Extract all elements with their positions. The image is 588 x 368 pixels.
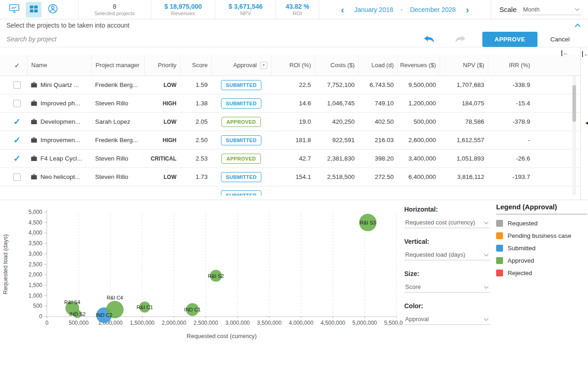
load-cell: 6,743.50	[358, 81, 397, 88]
period-from[interactable]: January 2018	[354, 6, 393, 13]
view-switcher	[0, 0, 78, 19]
portfolio-grid-icon	[29, 5, 38, 14]
vertical-axis-select[interactable]: Requested load (days)	[404, 249, 490, 260]
color-select[interactable]: Approval	[404, 314, 490, 325]
select-value: Approval	[405, 316, 429, 322]
board-view-button[interactable]	[6, 2, 22, 17]
control-label: Horizontal:	[404, 206, 490, 213]
chart-legend: Legend (Approval) RequestedPending busin…	[496, 203, 587, 276]
svg-text:IND C1: IND C1	[184, 307, 201, 312]
row-checked-icon[interactable]: ✓	[13, 117, 21, 126]
collapse-up-icon[interactable]	[575, 23, 581, 29]
table-row[interactable]: Improved ph...Steven RilloHIGH1.38SUBMIT…	[0, 94, 588, 113]
panel-resize-handle[interactable]: ◀	[585, 121, 588, 125]
column-header-check[interactable]: ✓	[7, 55, 27, 75]
collapse-panel-icon[interactable]: ←	[582, 51, 588, 57]
chevron-right-icon[interactable]: ›	[463, 5, 472, 14]
control-label: Color:	[404, 302, 490, 310]
table-row[interactable]: ✓Developmen...Sarah LopezLOW2.05APPROVED…	[0, 113, 588, 131]
approval-cell: SUBMITTED	[211, 172, 271, 182]
approval-badge[interactable]: SUBMITTED	[221, 190, 262, 196]
stat-npv: $ 3,671,546 NPV	[215, 0, 276, 19]
score-cell: 2.50	[180, 137, 211, 144]
size-select[interactable]: Score	[404, 282, 490, 293]
svg-text:500: 500	[33, 303, 42, 309]
row-checkbox[interactable]	[13, 81, 21, 89]
column-header-revenues[interactable]: Revenues ($)	[397, 55, 440, 75]
search-input[interactable]	[6, 35, 424, 43]
approve-button[interactable]: APPROVE	[482, 32, 537, 47]
approval-badge[interactable]: SUBMITTED	[221, 98, 262, 109]
costs-cell: 420,250	[315, 118, 358, 125]
project-name-cell[interactable]: Neo helicopt...	[27, 173, 91, 180]
column-header-npv[interactable]: NPV ($)	[440, 55, 488, 75]
svg-text:R&I C1: R&I C1	[136, 305, 153, 310]
undo-icon[interactable]	[424, 35, 435, 43]
sort-dropdown-icon[interactable]: ▾	[260, 62, 267, 69]
column-header-irr[interactable]: IRR (%)	[488, 55, 534, 75]
column-header-costs[interactable]: Costs ($)	[315, 55, 358, 75]
project-name-cell[interactable]: Improvemen...	[27, 137, 91, 144]
section-title: Select the projects to be taken into acc…	[6, 22, 130, 29]
load-cell: 749.10	[358, 100, 397, 107]
costs-cell: 1,046,745	[315, 100, 358, 107]
row-checkbox[interactable]	[13, 173, 21, 181]
svg-text:3,500,000: 3,500,000	[257, 320, 282, 326]
horizontal-axis-select[interactable]: Requested cost (currency)	[404, 217, 490, 228]
table-scrollbar[interactable]	[572, 76, 576, 196]
portfolio-grid-view-button[interactable]	[26, 2, 41, 17]
column-header-manager[interactable]: Project manager	[91, 55, 144, 75]
column-header-approval[interactable]: Approval▾	[211, 55, 271, 75]
project-name-cell[interactable]: Developmen...	[27, 118, 91, 125]
row-checkbox[interactable]	[13, 100, 21, 107]
scrollbar-thumb[interactable]	[572, 85, 576, 122]
legend-label: Pending business case	[508, 232, 571, 239]
irr-cell: -26.6	[488, 155, 534, 162]
chevron-down-icon	[575, 6, 580, 11]
table-row[interactable]: ✓F4 Leap Cycl...Steven RilloCRITICAL2.53…	[0, 150, 588, 168]
stat-value: $ 18,975,000	[164, 3, 202, 10]
approval-badge[interactable]: SUBMITTED	[221, 80, 262, 90]
svg-text:500,000: 500,000	[68, 320, 89, 326]
svg-text:R&I S3: R&I S3	[360, 220, 376, 225]
approval-badge[interactable]: SUBMITTED	[221, 135, 262, 145]
legend-swatch	[496, 270, 503, 276]
column-header-load[interactable]: Load (d)	[358, 55, 397, 75]
resources-view-button[interactable]	[45, 2, 61, 17]
table-row[interactable]: ✓Improvemen...Frederik Berg...HIGH2.50SU…	[0, 131, 588, 150]
legend-label: Rejected	[508, 270, 532, 276]
row-checked-icon[interactable]: ✓	[13, 136, 21, 144]
table-row[interactable]: Neo helicopt...Steven RilloLOW1.73SUBMIT…	[0, 168, 588, 186]
approval-badge[interactable]: APPROVED	[221, 117, 261, 127]
column-header-priority[interactable]: Priority	[144, 55, 180, 75]
period-to[interactable]: December 2028	[410, 6, 456, 13]
svg-text:2,500,000: 2,500,000	[193, 320, 218, 326]
project-manager-cell: Steven Rillo	[91, 155, 144, 162]
costs-cell: 7,752,100	[315, 81, 358, 88]
score-cell: 1.59	[180, 81, 211, 88]
priority-cell: CRITICAL	[144, 155, 180, 162]
project-name-cell[interactable]: Improved ph...	[27, 100, 91, 107]
chevron-left-icon[interactable]: ‹	[338, 5, 347, 14]
approval-badge[interactable]: APPROVED	[221, 154, 261, 164]
irr-cell: -15.4	[488, 100, 534, 107]
table-row-partial[interactable]: SUBMITTED	[0, 186, 588, 196]
briefcase-icon	[31, 100, 37, 106]
scale-select[interactable]: Month	[522, 4, 581, 15]
table-row[interactable]: Mini Quartz ...Frederik Berg...LOW1.59SU…	[0, 76, 588, 94]
board-icon	[9, 4, 19, 15]
redo-icon[interactable]	[454, 35, 466, 43]
project-name-cell[interactable]: F4 Leap Cycl...	[27, 155, 91, 162]
column-header-score[interactable]: Score	[180, 55, 211, 75]
column-header-name[interactable]: Name	[27, 55, 91, 75]
project-manager-cell: Frederik Berg...	[91, 137, 144, 144]
bubble-chart[interactable]: 0500,0001,000,0001,500,0002,000,0002,500…	[1, 201, 403, 344]
stat-selected-projects: 8 Selected projects	[78, 0, 151, 19]
approval-badge[interactable]: SUBMITTED	[221, 172, 262, 182]
collapse-columns-icon[interactable]: ←	[561, 50, 569, 56]
roi-cell: 22.5	[271, 81, 315, 88]
column-header-roi[interactable]: ROI (%)	[271, 55, 315, 75]
cancel-button[interactable]: Cancel	[550, 36, 570, 43]
project-name-cell[interactable]: Mini Quartz ...	[27, 81, 91, 88]
row-checked-icon[interactable]: ✓	[13, 154, 21, 163]
